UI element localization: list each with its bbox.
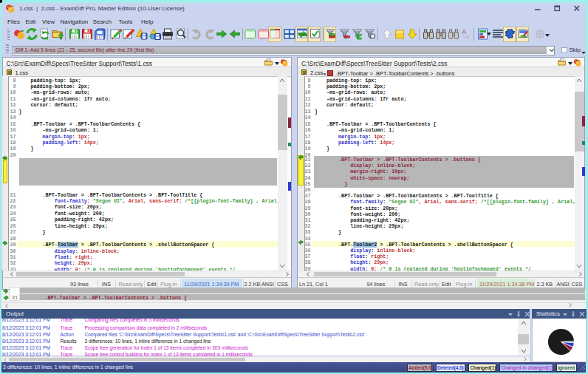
svg-text:a: a	[466, 34, 469, 39]
